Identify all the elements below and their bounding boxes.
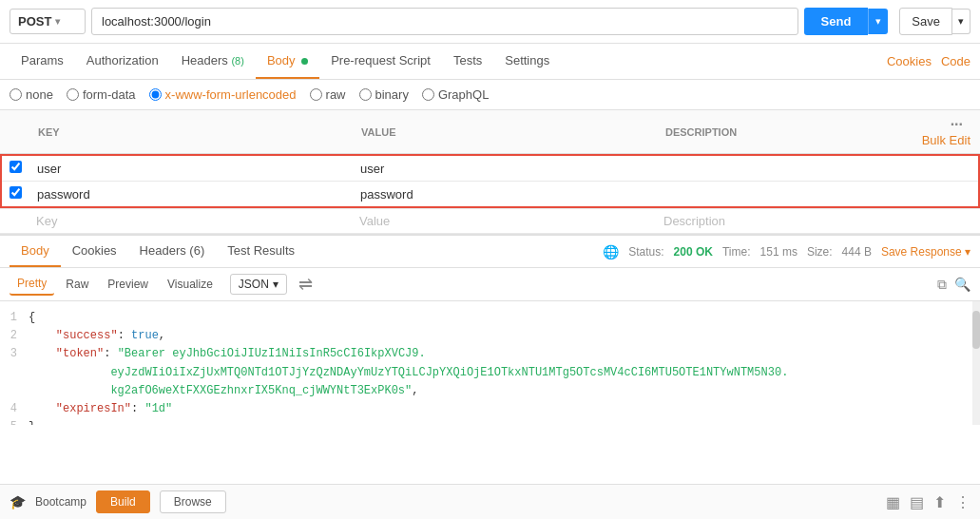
user-value-cell[interactable]: user xyxy=(353,155,657,182)
params-table: KEY VALUE DESCRIPTION ··· Bulk Edit xyxy=(0,110,980,234)
password-checkbox-cell[interactable] xyxy=(1,182,29,208)
code-line-4: 4 "expiresIn": "1d" xyxy=(0,400,980,418)
option-none[interactable]: none xyxy=(10,87,53,102)
placeholder-key[interactable]: Key xyxy=(29,209,352,234)
format-tab-pretty[interactable]: Pretty xyxy=(10,273,54,296)
format-type-label: JSON xyxy=(239,278,269,291)
tabs-right: Cookies Code xyxy=(887,54,970,68)
response-tab-cookies[interactable]: Cookies xyxy=(61,236,128,267)
tab-pre-request-script[interactable]: Pre-request Script xyxy=(319,44,442,79)
tab-settings[interactable]: Settings xyxy=(493,44,561,79)
placeholder-row: Key Value Description xyxy=(0,209,980,234)
url-input[interactable] xyxy=(91,8,798,35)
bootcamp-label: Bootcamp xyxy=(35,495,86,509)
format-tab-visualize[interactable]: Visualize xyxy=(160,274,221,295)
user-checkbox[interactable] xyxy=(10,161,22,173)
format-type-select[interactable]: JSON ▾ xyxy=(230,274,287,295)
headers-badge: (8) xyxy=(231,55,243,67)
row-password: password password xyxy=(1,182,979,208)
save-button[interactable]: Save xyxy=(899,8,952,35)
code-line-3: 3 "token": "Bearer eyJhbGciOiJIUzI1NiIsI… xyxy=(0,345,980,400)
line-num-3: 3 xyxy=(0,345,29,400)
code-content-4: "expiresIn": "1d" xyxy=(29,400,980,418)
send-chevron-button[interactable]: ▾ xyxy=(868,9,888,34)
format-bar-right: ⧉ 🔍 xyxy=(937,277,970,293)
time-label: Time: xyxy=(722,245,751,259)
upload-icon[interactable]: ⬆ xyxy=(933,493,946,511)
cookies-link[interactable]: Cookies xyxy=(887,54,932,68)
response-section: Body Cookies Headers (6) Test Results 🌐 … xyxy=(0,234,980,425)
password-checkbox[interactable] xyxy=(10,186,22,199)
col-key-header: KEY xyxy=(29,110,352,154)
code-content-5: } xyxy=(29,418,980,425)
save-response-button[interactable]: Save Response ▾ xyxy=(881,245,970,259)
save-chevron-button[interactable]: ▾ xyxy=(952,9,970,34)
table-row: user user password password xyxy=(0,154,980,209)
password-key-cell[interactable]: password xyxy=(29,182,353,208)
more-dots-icon[interactable]: ··· xyxy=(951,116,963,132)
line-num-1: 1 xyxy=(0,309,29,327)
bottom-icons: ▦ ▤ ⬆ ⋮ xyxy=(886,493,970,511)
bottom-bar: 🎓 Bootcamp Build Browse ▦ ▤ ⬆ ⋮ xyxy=(0,484,980,519)
wrap-icon[interactable]: ⇌ xyxy=(298,274,313,295)
user-checkbox-cell[interactable] xyxy=(1,155,29,182)
user-key-cell[interactable]: user xyxy=(29,155,353,182)
placeholder-desc[interactable]: Description xyxy=(656,209,904,234)
password-desc-cell[interactable] xyxy=(657,182,979,208)
line-num-4: 4 xyxy=(0,400,29,418)
copy-icon[interactable]: ⧉ xyxy=(937,277,947,293)
response-tab-test-results[interactable]: Test Results xyxy=(216,236,306,267)
tab-headers[interactable]: Headers (8) xyxy=(170,44,256,79)
code-content-2: "success": true, xyxy=(29,327,980,345)
response-meta: 🌐 Status: 200 OK Time: 151 ms Size: 444 … xyxy=(603,244,970,260)
code-link[interactable]: Code xyxy=(941,54,970,68)
code-content-3: "token": "Bearer eyJhbGciOiJIUzI1NiIsInR… xyxy=(29,345,980,400)
tab-params[interactable]: Params xyxy=(10,44,75,79)
layout-icon-2[interactable]: ▤ xyxy=(910,493,924,511)
size-label: Size: xyxy=(807,245,833,259)
url-bar: POST ▾ Send ▾ Save ▾ xyxy=(0,0,980,44)
send-button[interactable]: Send xyxy=(804,8,869,35)
col-actions-header: ··· Bulk Edit xyxy=(904,110,980,154)
status-value: 200 OK xyxy=(674,245,713,259)
format-type-chevron-icon: ▾ xyxy=(273,278,279,291)
user-desc-cell[interactable] xyxy=(657,155,979,182)
time-value: 151 ms xyxy=(760,245,797,259)
option-raw[interactable]: raw xyxy=(310,87,346,102)
tab-authorization[interactable]: Authorization xyxy=(75,44,170,79)
code-content-1: { xyxy=(29,309,980,327)
request-tabs: Params Authorization Headers (8) Body Pr… xyxy=(0,44,980,80)
body-dot xyxy=(301,58,308,65)
password-value-cell[interactable]: password xyxy=(353,182,657,208)
size-value: 444 B xyxy=(842,245,872,259)
format-tab-raw[interactable]: Raw xyxy=(58,274,96,295)
bootcamp-icon: 🎓 xyxy=(10,494,26,509)
search-icon[interactable]: 🔍 xyxy=(954,277,970,293)
response-tab-headers[interactable]: Headers (6) xyxy=(128,236,217,267)
option-graphql[interactable]: GraphQL xyxy=(422,87,489,102)
scrollbar-thumb[interactable] xyxy=(972,311,980,349)
params-table-wrapper: KEY VALUE DESCRIPTION ··· Bulk Edit xyxy=(0,110,980,234)
response-tab-body[interactable]: Body xyxy=(10,236,61,267)
option-urlencoded[interactable]: x-www-form-urlencoded xyxy=(149,87,297,102)
tab-tests[interactable]: Tests xyxy=(442,44,493,79)
body-options: none form-data x-www-form-urlencoded raw… xyxy=(0,80,980,110)
scrollbar[interactable] xyxy=(972,301,980,425)
save-btn-group: Save ▾ xyxy=(899,8,970,35)
method-label: POST xyxy=(18,14,51,29)
placeholder-value[interactable]: Value xyxy=(352,209,656,234)
more-options-icon[interactable]: ⋮ xyxy=(955,493,970,511)
method-chevron-icon: ▾ xyxy=(55,16,60,27)
browse-button[interactable]: Browse xyxy=(160,490,226,513)
layout-icon-1[interactable]: ▦ xyxy=(886,493,900,511)
option-form-data[interactable]: form-data xyxy=(67,87,136,102)
tab-body[interactable]: Body xyxy=(256,44,319,79)
build-button[interactable]: Build xyxy=(96,490,150,513)
bulk-edit-button[interactable]: Bulk Edit xyxy=(922,133,970,147)
format-tab-preview[interactable]: Preview xyxy=(100,274,156,295)
line-num-5: 5 xyxy=(0,418,29,425)
status-label: Status: xyxy=(628,245,663,259)
option-binary[interactable]: binary xyxy=(359,87,409,102)
globe-icon: 🌐 xyxy=(603,244,619,260)
method-select[interactable]: POST ▾ xyxy=(10,9,86,34)
